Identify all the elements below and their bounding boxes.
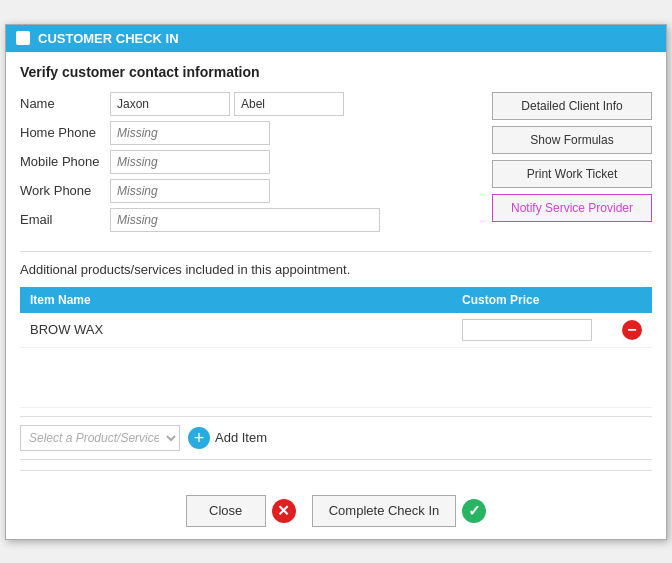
work-phone-row: Work Phone [20,179,482,203]
empty-row [20,347,652,407]
window-body: Verify customer contact information Name… [6,52,666,539]
form-fields: Name Home Phone Mobile Phone [20,92,482,237]
custom-price-input[interactable] [462,319,592,341]
col-custom-price-header: Custom Price [452,287,612,313]
custom-price-cell [452,313,612,348]
title-bar-icon [16,31,30,45]
item-name-cell: BROW WAX [20,313,452,348]
home-phone-row: Home Phone [20,121,482,145]
table-header-row: Item Name Custom Price [20,287,652,313]
items-table: Item Name Custom Price BROW WAX − [20,287,652,408]
email-row: Email [20,208,482,232]
home-phone-input[interactable] [110,121,270,145]
email-input[interactable] [110,208,380,232]
home-phone-label: Home Phone [20,125,110,140]
close-btn-group: Close ✕ [186,495,296,527]
notify-service-provider-button[interactable]: Notify Service Provider [492,194,652,222]
main-window: CUSTOMER CHECK IN Verify customer contac… [5,24,667,540]
detailed-client-info-button[interactable]: Detailed Client Info [492,92,652,120]
work-phone-input[interactable] [110,179,270,203]
table-body: BROW WAX − [20,313,652,408]
title-bar: CUSTOMER CHECK IN [6,25,666,52]
add-item-row: Select a Product/Service + Add Item [20,416,652,460]
col-action-header [612,287,652,313]
action-buttons: Detailed Client Info Show Formulas Print… [492,92,652,237]
first-name-input[interactable] [110,92,230,116]
divider-1 [20,251,652,252]
window-title: CUSTOMER CHECK IN [38,31,179,46]
close-x-icon[interactable]: ✕ [272,499,296,523]
table-header: Item Name Custom Price [20,287,652,313]
close-button[interactable]: Close [186,495,266,527]
table-row: BROW WAX − [20,313,652,348]
divider-2 [20,470,652,471]
name-label: Name [20,96,110,111]
footer-buttons: Close ✕ Complete Check In ✓ [20,485,652,527]
add-item-button[interactable]: + Add Item [188,427,267,449]
remove-icon: − [622,320,642,340]
mobile-phone-input[interactable] [110,150,270,174]
empty-cell [20,347,652,407]
form-area: Name Home Phone Mobile Phone [20,92,652,237]
mobile-phone-label: Mobile Phone [20,154,110,169]
checkin-btn-group: Complete Check In ✓ [312,495,487,527]
name-row: Name [20,92,482,116]
verify-section-title: Verify customer contact information [20,64,652,80]
checkin-check-icon[interactable]: ✓ [462,499,486,523]
additional-section-title: Additional products/services included in… [20,262,652,277]
mobile-phone-row: Mobile Phone [20,150,482,174]
last-name-input[interactable] [234,92,344,116]
product-service-select[interactable]: Select a Product/Service [20,425,180,451]
print-work-ticket-button[interactable]: Print Work Ticket [492,160,652,188]
remove-item-button[interactable]: − [622,320,642,340]
work-phone-label: Work Phone [20,183,110,198]
complete-checkin-button[interactable]: Complete Check In [312,495,457,527]
email-label: Email [20,212,110,227]
add-item-label: Add Item [215,430,267,445]
show-formulas-button[interactable]: Show Formulas [492,126,652,154]
add-icon: + [188,427,210,449]
action-cell: − [612,313,652,348]
col-item-name-header: Item Name [20,287,452,313]
name-inputs [110,92,344,116]
